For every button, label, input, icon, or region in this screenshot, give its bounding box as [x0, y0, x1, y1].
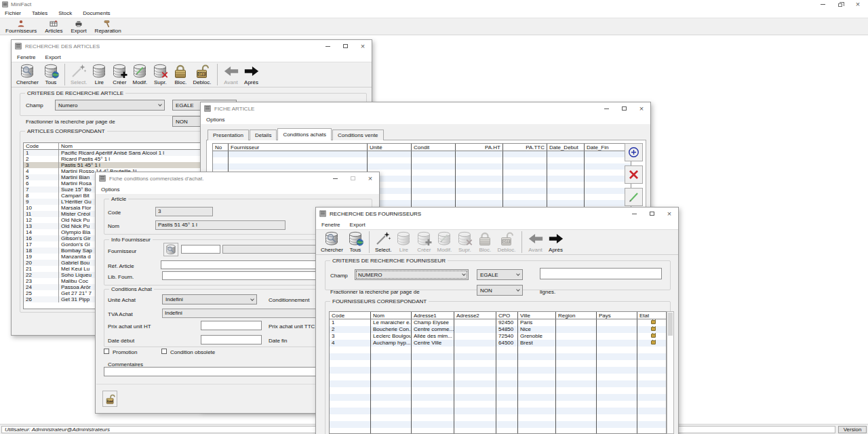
close-button[interactable]: ×	[633, 102, 650, 115]
champ-select[interactable]: NUMERO	[355, 269, 469, 280]
column-header[interactable]: Adresse1	[412, 312, 454, 319]
toolbar-button-aprs[interactable]: Après	[546, 230, 566, 254]
column-header[interactable]: Unité	[368, 144, 412, 151]
column-header-code[interactable]: Code	[24, 143, 59, 149]
toolbar-button-select[interactable]: Select.	[373, 230, 393, 254]
column-header[interactable]: Pays	[597, 312, 637, 319]
toolbar-button-tous[interactable]: Tous	[41, 62, 61, 87]
column-header[interactable]: Nom	[371, 312, 412, 319]
fournisseur-row[interactable]: 2Boucherie Con...Centre comme...54850Nic…	[330, 326, 666, 333]
add-row-button[interactable]	[625, 143, 643, 161]
menu-fichier[interactable]: Fichier	[5, 10, 21, 16]
column-header[interactable]: Adresse2	[454, 312, 496, 319]
column-header[interactable]: Date_Debut	[547, 144, 585, 151]
column-header[interactable]: No	[213, 144, 229, 151]
column-header[interactable]: PA.TTC	[503, 144, 547, 151]
fournisseur-row[interactable]: 4Auchamp hyp...Centre Ville64500Brest	[330, 340, 666, 347]
minimize-button[interactable]	[814, 0, 831, 9]
cell	[637, 333, 666, 340]
maximize-button[interactable]	[615, 102, 633, 115]
code-field[interactable]: 3	[155, 207, 213, 216]
menu-tables[interactable]: Tables	[32, 10, 47, 16]
cell	[547, 188, 585, 194]
column-header[interactable]: Date_Fin	[585, 144, 631, 151]
minimize-button[interactable]	[326, 172, 344, 184]
close-button[interactable]: ×	[660, 208, 678, 220]
fournisseur-row[interactable]: 3Leclerc BoulgourAllée des mim...72540Gr…	[330, 333, 666, 340]
toolbar-button-supr[interactable]: Supr.	[150, 62, 170, 87]
promotion-checkbox[interactable]	[104, 349, 109, 354]
toolbar-button-bloc[interactable]: Bloc.	[170, 62, 191, 87]
menu-options[interactable]: Options	[101, 186, 120, 193]
column-header[interactable]: Condit	[412, 144, 456, 151]
toolbar-button-tous[interactable]: Tous	[345, 230, 366, 254]
cell	[518, 387, 556, 394]
cell	[547, 170, 585, 176]
toolbar-button-chercher[interactable]: Chercher	[14, 62, 41, 87]
toolbar-button-modif[interactable]: Modif.	[130, 62, 150, 87]
unlock-button[interactable]	[102, 391, 117, 407]
fournisseur-row[interactable]: 1Le maraicher e...Champ Elysée92450Paris	[330, 319, 666, 326]
prix-ht-input[interactable]	[201, 321, 262, 330]
condition-obsolete-checkbox[interactable]	[161, 349, 167, 354]
cell	[585, 157, 631, 163]
tab-details[interactable]: Details	[250, 130, 277, 140]
main-toolbar-fournisseurs[interactable]: Fournisseurs	[1, 19, 41, 34]
delete-row-button[interactable]	[625, 165, 643, 184]
toolbar-button-lire[interactable]: Lire	[89, 62, 109, 87]
toolbar-button-debloc[interactable]: Debloc.	[191, 62, 213, 87]
toolbar-button-crer[interactable]: Créer	[109, 62, 130, 87]
minimize-button[interactable]	[625, 208, 643, 220]
minimize-button[interactable]	[319, 40, 336, 52]
column-header[interactable]: CPO	[496, 312, 518, 319]
results-scrollbar[interactable]	[667, 311, 674, 434]
cell: 2	[330, 326, 371, 333]
close-button[interactable]: ×	[361, 172, 379, 184]
fournisseur-lookup-button[interactable]	[163, 243, 178, 256]
column-header[interactable]: Code	[330, 312, 371, 319]
tab-conditions-vente[interactable]: Conditions vente	[332, 130, 384, 140]
tab-presentation[interactable]: Presentation	[208, 130, 249, 140]
menu-export[interactable]: Export	[45, 54, 61, 60]
date-debut-input[interactable]	[201, 335, 262, 344]
cell	[330, 374, 371, 380]
cell	[330, 347, 371, 353]
menu-stock[interactable]: Stock	[58, 10, 72, 16]
version-button[interactable]: Version	[838, 426, 867, 433]
column-header[interactable]: Ville	[518, 312, 556, 319]
cell: Grenoble	[518, 333, 556, 340]
column-header[interactable]: Fournisseur	[229, 144, 368, 151]
column-header[interactable]: Etat	[637, 312, 666, 319]
main-toolbar-reparation[interactable]: Reparation	[91, 19, 125, 34]
cell	[585, 176, 631, 182]
toolbar-button-aprs[interactable]: Après	[241, 62, 262, 87]
minimize-button[interactable]	[597, 102, 615, 115]
fraction-select[interactable]: NON	[477, 285, 523, 296]
db-edit-icon	[132, 64, 148, 79]
maximize-button[interactable]	[336, 40, 354, 52]
edit-row-button[interactable]	[625, 188, 643, 206]
tab-conditions-achats[interactable]: Conditions achats	[277, 128, 332, 140]
close-button[interactable]: ×	[849, 0, 867, 9]
menu-options[interactable]: Options	[206, 117, 225, 123]
champ-select[interactable]: Numero	[55, 100, 165, 111]
nom-field[interactable]: Pastis 51 45° 1 l	[155, 220, 285, 230]
menu-export[interactable]: Export	[350, 222, 366, 228]
main-toolbar-export[interactable]: Export	[66, 19, 90, 34]
column-header[interactable]: Region	[556, 312, 597, 319]
maximize-button[interactable]	[643, 208, 660, 220]
search-value-input[interactable]	[540, 268, 662, 279]
menu-fenetre[interactable]: Fenetre	[17, 54, 36, 60]
column-header[interactable]: PA.HT	[456, 144, 503, 151]
restore-button[interactable]	[831, 0, 849, 9]
cell	[597, 340, 637, 347]
operator-select[interactable]: EGALE	[477, 269, 523, 280]
cell	[412, 151, 456, 157]
unite-achat-select[interactable]: Indefini	[162, 294, 257, 304]
menu-documents[interactable]: Documents	[83, 10, 110, 16]
menu-fenetre[interactable]: Fenetre	[321, 222, 340, 228]
main-toolbar-articles[interactable]: Articles	[41, 19, 66, 34]
toolbar-button-chercher[interactable]: Chercher	[319, 230, 345, 254]
close-button[interactable]: ×	[354, 40, 372, 52]
fournisseur-code-input[interactable]	[181, 245, 220, 254]
